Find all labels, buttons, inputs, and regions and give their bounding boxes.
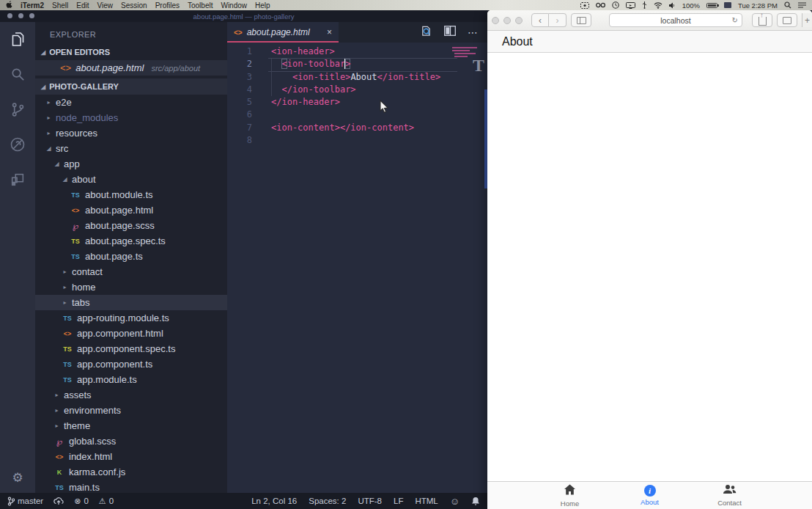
language-mode-status[interactable]: HTML — [415, 497, 438, 505]
menubar-menu-edit[interactable]: Edit — [76, 1, 89, 10]
open-editors-section[interactable]: ◢ OPEN EDITORS — [35, 44, 227, 60]
clock-icon[interactable] — [612, 1, 619, 9]
menubar-menu-profiles[interactable]: Profiles — [155, 1, 180, 10]
tab-overview-button[interactable] — [777, 13, 797, 27]
tree-item-src[interactable]: ◢src — [35, 141, 227, 156]
search-icon[interactable] — [8, 65, 27, 84]
tree-item-resources[interactable]: ▸resources — [35, 125, 227, 141]
code-line-2[interactable]: 2 <ion-toolbar> — [227, 58, 487, 70]
warnings-status[interactable]: ⚠0 — [99, 497, 114, 506]
tree-item-about-module-ts[interactable]: TSabout.module.ts — [35, 187, 227, 202]
open-editor-item[interactable]: <> about.page.html src/app/about — [35, 60, 227, 76]
split-editor-icon[interactable] — [444, 26, 456, 39]
forward-button[interactable]: › — [549, 13, 566, 27]
spotlight-icon[interactable] — [784, 1, 791, 9]
menubar-app-name[interactable]: iTerm2 — [21, 1, 44, 10]
notification-center-icon[interactable] — [798, 2, 806, 9]
open-changes-icon[interactable] — [420, 25, 432, 40]
tree-item-about-page-spec-ts[interactable]: TSabout.page.spec.ts — [35, 233, 227, 249]
apple-menu-icon[interactable] — [6, 1, 12, 10]
tree-item-app-component-spec-ts[interactable]: TSapp.component.spec.ts — [35, 341, 227, 356]
code-line-5[interactable]: 5</ion-header> — [227, 96, 487, 109]
address-bar[interactable]: localhost ↻ — [609, 13, 742, 27]
share-button[interactable] — [752, 13, 772, 27]
feedback-smiley-icon[interactable]: ☺ — [450, 496, 459, 507]
menubar-menu-shell[interactable]: Shell — [52, 1, 68, 10]
tree-item-node-modules[interactable]: ▸node_modules — [35, 110, 227, 125]
tree-item-app-component-html[interactable]: <>app.component.html — [35, 326, 227, 341]
errors-status[interactable]: ⊗0 — [74, 497, 89, 506]
menubar-menu-toolbelt[interactable]: Toolbelt — [188, 1, 213, 10]
tree-item-e2e[interactable]: ▸e2e — [35, 95, 227, 110]
settings-gear-icon[interactable]: ⚙ — [0, 470, 35, 486]
extensions-icon[interactable] — [8, 170, 27, 189]
code-line-6[interactable]: 6 — [227, 109, 487, 121]
project-section-header[interactable]: ◢ PHOTO-GALLERY — [35, 78, 227, 95]
source-control-icon[interactable] — [8, 100, 27, 119]
more-actions-icon[interactable]: ⋯ — [468, 26, 479, 38]
encoding-status[interactable]: UTF-8 — [358, 497, 382, 505]
publish-changes-button[interactable] — [53, 497, 64, 505]
tree-item-app[interactable]: ◢app — [35, 156, 227, 172]
screen-capture-icon[interactable] — [580, 2, 589, 9]
tree-item-contact[interactable]: ▸contact — [35, 264, 227, 279]
menubar-clock[interactable]: Tue 2:28 PM — [738, 1, 778, 10]
menubar-menu-session[interactable]: Session — [121, 1, 147, 10]
code-editor[interactable]: 1<ion-header>2 <ion-toolbar>3 <ion-title… — [227, 43, 487, 493]
menubar-menu-view[interactable]: View — [97, 1, 114, 10]
tree-item-assets[interactable]: ▸assets — [35, 387, 227, 403]
volume-icon[interactable] — [669, 2, 676, 9]
vscode-window: about.page.html — photo-gallery — [0, 10, 487, 509]
indentation-status[interactable]: Spaces: 2 — [309, 497, 346, 505]
tree-item-theme[interactable]: ▸theme — [35, 418, 227, 433]
input-source-flag-icon[interactable] — [724, 2, 731, 8]
eol-status[interactable]: LF — [394, 497, 403, 505]
vscode-titlebar[interactable]: about.page.html — photo-gallery — [0, 10, 487, 22]
tab-home[interactable]: Home — [530, 482, 610, 509]
tree-item-main-ts[interactable]: TSmain.ts — [35, 480, 227, 493]
wifi-icon[interactable] — [654, 2, 662, 9]
code-line-7[interactable]: 7<ion-content></ion-content> — [227, 122, 487, 134]
tree-item-about[interactable]: ◢about — [35, 172, 227, 187]
notifications-bell-icon[interactable] — [471, 497, 480, 506]
display-mirroring-icon[interactable] — [626, 2, 635, 9]
tree-item-environments[interactable]: ▸environments — [35, 403, 227, 418]
tree-item-about-page-html[interactable]: <>about.page.html — [35, 202, 227, 218]
code-line-8[interactable]: 8 — [227, 134, 487, 147]
tab-close-icon[interactable]: × — [327, 27, 332, 37]
back-button[interactable]: ‹ — [531, 13, 549, 27]
tab-about-page-html[interactable]: <> about.page.html × — [227, 22, 339, 43]
reload-icon[interactable]: ↻ — [732, 16, 738, 24]
dongle-icon[interactable] — [642, 1, 647, 9]
tab-about[interactable]: iAbout — [610, 482, 690, 509]
new-tab-button[interactable]: + — [802, 13, 812, 27]
tree-item-index-html[interactable]: <>index.html — [35, 449, 227, 464]
code-line-1[interactable]: 1<ion-header> — [227, 45, 487, 58]
tree-item-karma-conf-js[interactable]: Kkarma.conf.js — [35, 464, 227, 480]
tree-item-about-page-scss[interactable]: ℘about.page.scss — [35, 218, 227, 233]
debug-icon[interactable] — [8, 135, 27, 154]
sidebar-toggle-button[interactable] — [571, 13, 591, 27]
git-branch-status[interactable]: master — [7, 497, 43, 506]
ts-file-icon: TS — [53, 484, 65, 491]
code-text: <ion-toolbar> — [262, 58, 350, 70]
files-icon[interactable] — [8, 29, 27, 48]
activity-bar: ⚙ — [0, 22, 35, 493]
tree-item-home[interactable]: ▸home — [35, 279, 227, 295]
tree-item-app-routing-module-ts[interactable]: TSapp-routing.module.ts — [35, 310, 227, 326]
tree-item-tabs[interactable]: ▸tabs — [35, 295, 227, 310]
menubar-menu-help[interactable]: Help — [255, 1, 270, 10]
safari-traffic-lights[interactable] — [492, 17, 523, 24]
vscode-traffic-lights[interactable] — [7, 13, 34, 18]
tab-contact[interactable]: Contact — [690, 482, 769, 509]
tree-item-app-component-ts[interactable]: TSapp.component.ts — [35, 356, 227, 372]
battery-icon[interactable] — [706, 3, 717, 8]
tree-item-app-module-ts[interactable]: TSapp.module.ts — [35, 372, 227, 387]
code-line-3[interactable]: 3 <ion-title>About</ion-title> — [227, 71, 487, 84]
code-line-4[interactable]: 4 </ion-toolbar> — [227, 84, 487, 96]
menubar-menu-window[interactable]: Window — [221, 1, 247, 10]
cursor-position-status[interactable]: Ln 2, Col 16 — [251, 497, 297, 505]
binoculars-icon[interactable] — [596, 2, 605, 8]
tree-item-about-page-ts[interactable]: TSabout.page.ts — [35, 249, 227, 264]
tree-item-global-scss[interactable]: ℘global.scss — [35, 433, 227, 449]
